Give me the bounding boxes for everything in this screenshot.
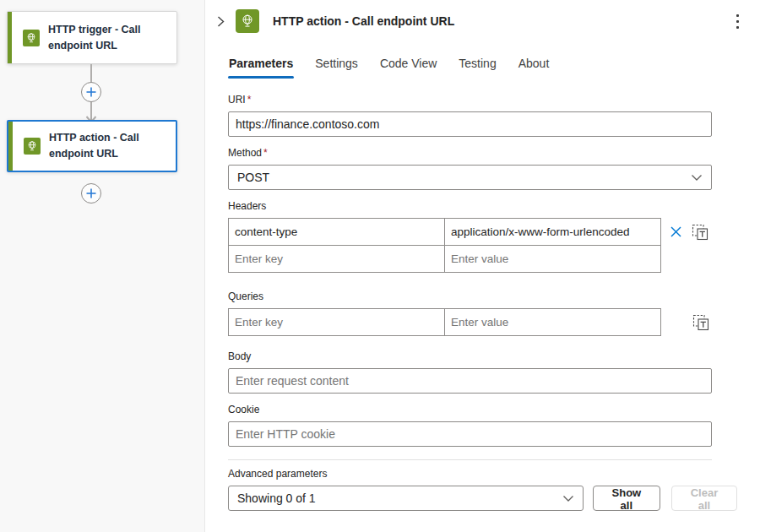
action-node-title: HTTP action - Call endpoint URL (49, 130, 167, 162)
panel-header: HTTP action - Call endpoint URL (205, 0, 760, 42)
method-value: POST (237, 171, 691, 184)
switch-to-text-mode-icon[interactable] (692, 313, 710, 332)
advanced-parameters-dropdown[interactable]: Showing 0 of 1 (228, 486, 584, 511)
switch-to-text-mode-icon[interactable] (691, 223, 709, 242)
add-action-button[interactable] (81, 82, 101, 102)
body-label: Body (228, 350, 737, 362)
tab-bar: Parameters Settings Code View Testing Ab… (228, 54, 760, 79)
section-divider (228, 459, 712, 460)
node-accent-bar (8, 122, 13, 171)
advanced-dropdown-value: Showing 0 of 1 (237, 491, 562, 505)
cookie-label: Cookie (228, 404, 737, 415)
uri-label: URI* (228, 94, 737, 106)
chevron-down-icon (562, 491, 574, 505)
action-node[interactable]: HTTP action - Call endpoint URL (7, 120, 177, 172)
header-key-input[interactable] (229, 219, 444, 245)
add-action-button[interactable] (81, 183, 101, 204)
tab-about[interactable]: About (518, 54, 551, 79)
panel-title[interactable]: HTTP action - Call endpoint URL (273, 14, 454, 28)
clear-all-button[interactable]: Clear all (671, 486, 737, 511)
header-row-empty (228, 245, 661, 273)
body-input[interactable] (228, 368, 712, 394)
header-value-input[interactable] (445, 246, 660, 272)
trigger-node-title: HTTP trigger - Call endpoint URL (48, 22, 168, 54)
cookie-input[interactable] (228, 421, 712, 447)
chevron-right-icon[interactable] (210, 11, 231, 31)
trigger-node[interactable]: HTTP trigger - Call endpoint URL (7, 11, 177, 64)
required-asterisk: * (247, 94, 252, 106)
show-all-button[interactable]: Show all (593, 486, 660, 511)
globe-icon (236, 9, 259, 33)
uri-input[interactable] (228, 111, 712, 137)
queries-label: Queries (228, 290, 737, 302)
method-label: Method* (228, 147, 737, 159)
node-accent-bar (8, 12, 12, 63)
headers-label: Headers (228, 200, 737, 212)
workflow-canvas[interactable]: HTTP trigger - Call endpoint URL (0, 0, 205, 532)
queries-table (228, 308, 737, 336)
delete-x-icon[interactable] (666, 223, 685, 242)
query-row-empty (228, 308, 661, 336)
method-dropdown[interactable]: POST (228, 165, 712, 190)
chevron-down-icon (691, 171, 703, 184)
header-value-input[interactable] (445, 219, 660, 245)
required-asterisk: * (263, 147, 268, 159)
tab-settings[interactable]: Settings (314, 54, 359, 79)
header-key-input[interactable] (229, 246, 444, 272)
advanced-parameters-row: Showing 0 of 1 Show all Clear all (228, 486, 737, 511)
globe-icon (23, 30, 40, 46)
header-row (228, 218, 661, 246)
more-vertical-icon[interactable] (726, 10, 748, 32)
tab-parameters[interactable]: Parameters (228, 54, 294, 79)
query-value-input[interactable] (445, 309, 660, 335)
tab-testing[interactable]: Testing (458, 54, 497, 79)
globe-icon (24, 138, 41, 155)
query-key-input[interactable] (229, 309, 444, 335)
action-details-panel: HTTP action - Call endpoint URL Paramete… (205, 0, 760, 532)
headers-table (228, 218, 737, 273)
parameters-form: URI* Method* POST Headers (205, 79, 737, 511)
advanced-parameters-label: Advanced parameters (228, 468, 737, 480)
tab-code-view[interactable]: Code View (379, 54, 437, 79)
